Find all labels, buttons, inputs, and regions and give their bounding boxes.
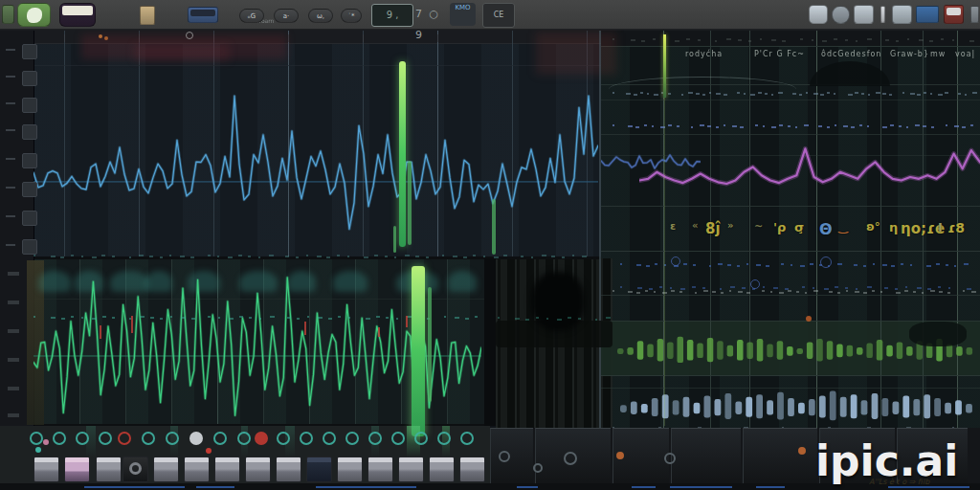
pad-button[interactable] bbox=[33, 457, 59, 482]
dash bbox=[861, 93, 864, 95]
sidebar-tool-icon[interactable] bbox=[22, 239, 37, 255]
sidebar-tool-icon[interactable] bbox=[22, 153, 37, 168]
window-icon[interactable] bbox=[59, 3, 96, 27]
tool-button[interactable]: a· bbox=[274, 9, 299, 23]
rack-knob[interactable] bbox=[533, 463, 543, 473]
bookmark-icon[interactable] bbox=[188, 7, 218, 23]
rack-knob[interactable] bbox=[798, 447, 806, 455]
dash bbox=[647, 93, 649, 95]
dash bbox=[958, 93, 961, 95]
pad-button[interactable] bbox=[153, 457, 179, 482]
dash bbox=[917, 94, 921, 96]
tool-icon-hand[interactable] bbox=[892, 5, 912, 24]
knob[interactable] bbox=[166, 432, 179, 445]
pad-button[interactable] bbox=[429, 457, 455, 482]
app-logo-icon[interactable] bbox=[17, 3, 51, 27]
dash bbox=[670, 287, 672, 289]
rack-knob[interactable] bbox=[499, 451, 510, 462]
tool-icon-bar[interactable] bbox=[880, 6, 885, 23]
pad-button[interactable] bbox=[64, 457, 90, 482]
knob[interactable] bbox=[118, 432, 131, 445]
playhead-marker[interactable] bbox=[663, 34, 666, 98]
dash bbox=[628, 291, 633, 293]
tool-icon-edge[interactable] bbox=[970, 6, 979, 23]
sidebar-tool-icon[interactable] bbox=[22, 211, 37, 226]
pad-button[interactable] bbox=[368, 457, 393, 482]
sidebar-tool-icon[interactable] bbox=[22, 124, 37, 140]
knob[interactable] bbox=[30, 432, 43, 445]
dash bbox=[228, 256, 233, 258]
knob[interactable] bbox=[460, 432, 474, 445]
dash bbox=[681, 94, 683, 96]
tool-button[interactable]: ₒG bbox=[239, 9, 264, 23]
knob[interactable] bbox=[414, 432, 428, 445]
tool-icon-sphere[interactable] bbox=[832, 6, 850, 24]
knob[interactable] bbox=[237, 432, 251, 445]
dash bbox=[612, 92, 614, 94]
dash bbox=[716, 93, 721, 95]
knob[interactable] bbox=[142, 432, 155, 445]
dash bbox=[882, 93, 886, 95]
pad-button[interactable] bbox=[245, 457, 271, 482]
pad-button[interactable] bbox=[306, 457, 332, 482]
rack-knob[interactable] bbox=[664, 453, 676, 464]
rack-panel[interactable] bbox=[490, 428, 533, 484]
knob[interactable] bbox=[391, 432, 405, 445]
knob[interactable] bbox=[99, 432, 112, 445]
strip-segment bbox=[84, 486, 185, 488]
dash bbox=[637, 287, 642, 289]
rack-knob[interactable] bbox=[564, 452, 577, 465]
dash bbox=[644, 124, 647, 126]
leaf-icon[interactable] bbox=[2, 5, 14, 24]
knob[interactable] bbox=[255, 432, 268, 445]
knob[interactable] bbox=[368, 432, 382, 445]
tool-icon-duo[interactable] bbox=[944, 5, 964, 24]
sidebar-tool-icon[interactable] bbox=[22, 71, 37, 86]
tool-icon-light[interactable] bbox=[809, 5, 828, 24]
tool-button[interactable]: ˙* bbox=[341, 9, 362, 23]
dash bbox=[568, 317, 571, 319]
tool-icon-brush[interactable] bbox=[854, 5, 874, 24]
dash bbox=[779, 124, 783, 126]
dash bbox=[248, 256, 251, 257]
rack-panel[interactable] bbox=[671, 428, 741, 484]
pad-button[interactable] bbox=[459, 457, 485, 482]
pad-button[interactable] bbox=[398, 457, 424, 482]
transport-knobs[interactable]: 7 ○ 9 bbox=[415, 4, 450, 25]
pad-button[interactable] bbox=[276, 457, 301, 482]
ce-button[interactable]: CE bbox=[482, 3, 515, 28]
dash bbox=[71, 255, 74, 256]
knob[interactable] bbox=[345, 432, 359, 445]
dash bbox=[890, 124, 894, 126]
rack-knob[interactable] bbox=[616, 452, 624, 459]
dash bbox=[525, 319, 529, 321]
pad-button[interactable] bbox=[96, 457, 122, 482]
rack-panel[interactable] bbox=[743, 428, 817, 484]
knob[interactable] bbox=[323, 432, 336, 445]
dash bbox=[802, 286, 805, 288]
pad-button[interactable] bbox=[214, 457, 240, 482]
sidebar-tool-icon[interactable] bbox=[22, 44, 37, 59]
knob[interactable] bbox=[189, 432, 203, 445]
knob[interactable] bbox=[277, 432, 290, 445]
dash bbox=[218, 317, 220, 319]
pad-button[interactable] bbox=[122, 457, 148, 482]
dash bbox=[688, 92, 693, 94]
dash bbox=[208, 255, 211, 256]
knob[interactable] bbox=[300, 432, 313, 445]
tool-icon-screen[interactable] bbox=[916, 6, 939, 23]
knob[interactable] bbox=[437, 432, 451, 445]
knob[interactable] bbox=[53, 432, 66, 445]
pattern-glyph: ‿ bbox=[838, 220, 848, 234]
sidebar-tool-icon[interactable] bbox=[22, 98, 37, 113]
file-icon[interactable] bbox=[140, 6, 155, 25]
tool-button[interactable]: ω, bbox=[308, 9, 333, 23]
pad-button[interactable] bbox=[337, 457, 363, 482]
pad-button[interactable] bbox=[184, 457, 210, 482]
dash bbox=[829, 291, 833, 293]
sidebar-tool-icon[interactable] bbox=[22, 182, 37, 197]
knob[interactable] bbox=[76, 432, 89, 445]
monitor-widget[interactable]: KMO bbox=[450, 3, 476, 26]
dash bbox=[926, 265, 931, 267]
knob[interactable] bbox=[213, 432, 227, 445]
